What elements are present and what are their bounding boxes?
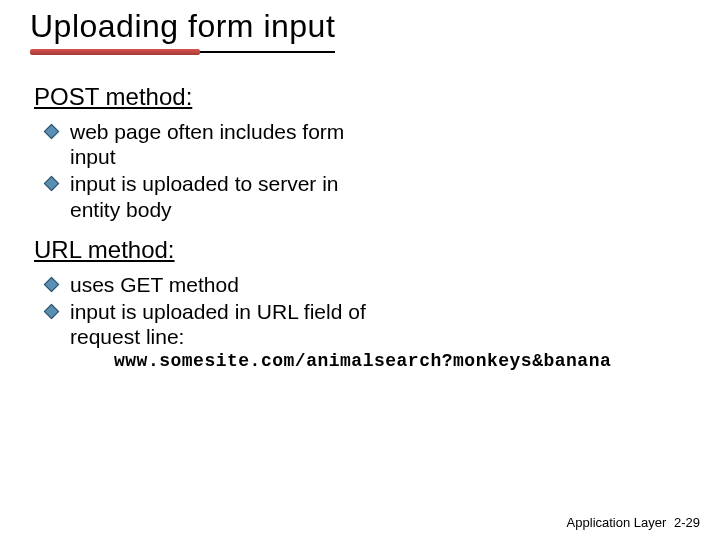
list-item: web page often includes form input [46,119,376,169]
diamond-bullet-icon [44,304,60,320]
title-block: Uploading form input [30,8,335,53]
list-item-text: input is uploaded to server in entity bo… [70,172,339,220]
list-item: uses GET method [46,272,376,297]
section-heading: POST method: [34,83,690,111]
section-heading: URL method: [34,236,690,264]
slide: Uploading form input POST method: web pa… [0,0,720,540]
url-example: www.somesite.com/animalsearch?monkeys&ba… [114,351,690,371]
footer-page: 2-29 [674,515,700,530]
list-item: input is uploaded in URL field of reques… [46,299,376,349]
diamond-bullet-icon [44,124,60,140]
section-url: URL method: uses GET method input is upl… [34,236,690,372]
diamond-bullet-icon [44,276,60,292]
list-item-text: uses GET method [70,273,239,296]
list-item-text: input is uploaded in URL field of reques… [70,300,366,348]
bullet-list: web page often includes form input input… [46,119,376,222]
diamond-bullet-icon [44,176,60,192]
slide-title: Uploading form input [30,8,335,53]
bullet-list: uses GET method input is uploaded in URL… [46,272,376,350]
list-item: input is uploaded to server in entity bo… [46,171,376,221]
list-item-text: web page often includes form input [70,120,344,168]
title-underline-accent [30,49,200,55]
section-post: POST method: web page often includes for… [34,83,690,222]
footer-label: Application Layer [567,515,667,530]
footer: Application Layer 2-29 [567,515,700,530]
